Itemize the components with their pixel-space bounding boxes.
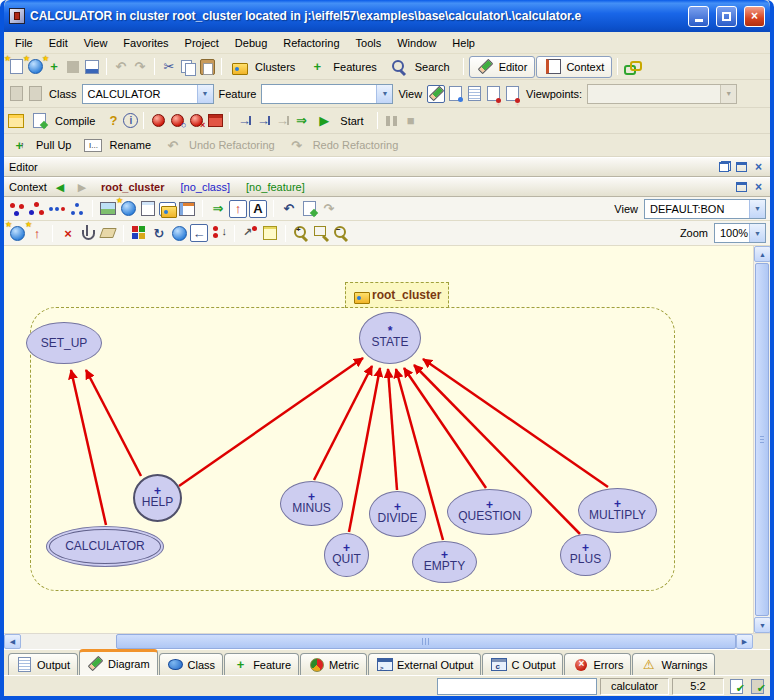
context-close-icon[interactable]: ×	[752, 180, 765, 194]
notes-tool-icon[interactable]	[261, 224, 279, 242]
class-combobox-arrow[interactable]: ▼	[197, 85, 213, 103]
context-back-icon[interactable]: ◀	[51, 178, 69, 196]
diagram-view-combobox[interactable]: DEFAULT:BON ▼	[644, 199, 766, 219]
cut-icon[interactable]: ✂	[160, 58, 178, 76]
class-node-plus[interactable]: + PLUS	[560, 534, 611, 576]
diagram-canvas[interactable]: root_cluster	[4, 246, 753, 633]
disable-breakpoints-icon[interactable]: ○	[168, 112, 186, 130]
uml-view-icon[interactable]	[139, 200, 157, 218]
tab-output[interactable]: Output	[8, 653, 78, 675]
close-button[interactable]: ×	[744, 6, 765, 27]
new-inheritance-tool-icon[interactable]: ↑	[28, 224, 46, 242]
horizontal-scroll-track[interactable]	[21, 634, 736, 649]
interface-view-icon[interactable]	[503, 85, 521, 103]
feature-combobox[interactable]: ▼	[261, 84, 393, 104]
run-to-cursor-icon[interactable]: ⇒	[292, 112, 310, 130]
tab-external-output[interactable]: External Output	[368, 653, 481, 675]
link-help-setup[interactable]	[86, 370, 141, 476]
menu-project[interactable]: Project	[177, 34, 227, 52]
class-node-set-up[interactable]: SET_UP	[26, 322, 102, 364]
menu-debug[interactable]: Debug	[227, 34, 275, 52]
enable-breakpoints-icon[interactable]	[149, 112, 167, 130]
search-button[interactable]: Search	[386, 57, 458, 77]
link-question-state[interactable]	[404, 368, 486, 488]
cluster-sphere-icon[interactable]	[170, 224, 188, 242]
link-calculator-setup[interactable]	[71, 370, 106, 525]
scroll-up-button[interactable]: ▲	[754, 246, 771, 262]
circular-layout-icon[interactable]	[68, 200, 86, 218]
labels-tool-icon[interactable]: A	[249, 200, 267, 218]
link-tool-icon[interactable]	[623, 58, 641, 76]
zoom-in-icon[interactable]: +	[292, 224, 310, 242]
class-node-minus[interactable]: + MINUS	[280, 481, 343, 526]
class-node-calculator[interactable]: CALCULATOR	[46, 526, 164, 567]
eraser-tool-icon[interactable]	[99, 224, 117, 242]
link-help-state[interactable]	[179, 358, 363, 486]
remove-breakpoints-icon[interactable]: ×	[187, 112, 205, 130]
tab-c-output[interactable]: C Output	[482, 653, 563, 675]
class-node-state[interactable]: * STATE	[359, 312, 421, 364]
cluster-tag[interactable]: root_cluster	[345, 282, 449, 308]
tab-diagram[interactable]: Diagram	[79, 649, 158, 675]
context-maximize-icon[interactable]	[735, 181, 748, 193]
horizontal-scroll-thumb[interactable]	[116, 634, 736, 649]
client-links-icon[interactable]: ⇒	[209, 200, 227, 218]
diagram-history-icon[interactable]	[300, 200, 318, 218]
context-feature-crumb[interactable]: [no_feature]	[240, 181, 311, 193]
class-node-quit[interactable]: + QUIT	[324, 533, 369, 577]
contract-view-icon[interactable]	[484, 85, 502, 103]
save-icon[interactable]	[83, 58, 101, 76]
tab-warnings[interactable]: ⚠ Warnings	[632, 653, 715, 675]
rename-button[interactable]: I... Rename	[80, 138, 159, 153]
zoom-out-icon[interactable]: −	[332, 224, 350, 242]
color-settings-icon[interactable]	[130, 224, 148, 242]
clusters-button[interactable]: Clusters	[227, 59, 303, 75]
help-bubble-icon[interactable]: ?	[104, 112, 122, 130]
menu-tools[interactable]: Tools	[348, 34, 390, 52]
menu-view[interactable]: View	[76, 34, 116, 52]
step-into-icon[interactable]: →	[254, 112, 272, 130]
menu-favorites[interactable]: Favorites	[115, 34, 176, 52]
menu-help[interactable]: Help	[444, 34, 483, 52]
tab-feature[interactable]: + Feature	[224, 653, 299, 675]
compile-button[interactable]: Compile	[26, 111, 103, 131]
class-node-help[interactable]: + HELP	[133, 474, 182, 522]
editor-maximize-icon[interactable]	[735, 161, 748, 173]
link-anchor-icon[interactable]	[241, 224, 259, 242]
class-view-icon[interactable]	[178, 200, 196, 218]
info-icon[interactable]: i	[123, 113, 138, 128]
maximize-button[interactable]	[716, 6, 737, 27]
horizontal-layout-icon[interactable]	[48, 200, 66, 218]
pull-up-button[interactable]: +↑ Pull Up	[7, 135, 79, 155]
scroll-left-button[interactable]: ◀	[4, 634, 21, 649]
zoom-combobox[interactable]: 100% ▼	[714, 223, 766, 243]
paste-icon[interactable]	[198, 58, 216, 76]
menu-refactoring[interactable]: Refactoring	[275, 34, 347, 52]
scroll-right-button[interactable]: ▶	[736, 634, 753, 649]
feature-combobox-arrow[interactable]: ▼	[376, 85, 392, 103]
editor-restore-icon[interactable]	[718, 161, 731, 173]
export-image-icon[interactable]	[99, 200, 117, 218]
horizontal-scrollbar[interactable]: ◀ ▶	[4, 633, 770, 649]
context-cluster-crumb[interactable]: root_cluster	[95, 181, 171, 193]
class-node-divide[interactable]: + DIVIDE	[369, 491, 426, 537]
cluster-view-icon[interactable]	[159, 202, 176, 216]
back-link-icon[interactable]: ←	[190, 224, 208, 242]
tab-errors[interactable]: Errors	[564, 653, 631, 675]
debug-window-icon[interactable]	[206, 112, 224, 130]
delete-tool-icon[interactable]: ×	[59, 224, 77, 242]
inheritance-links-icon[interactable]: ↑	[229, 200, 247, 218]
context-class-crumb[interactable]: [no_class]	[175, 181, 237, 193]
menu-file[interactable]: File	[7, 34, 41, 52]
minimize-button[interactable]	[688, 6, 709, 27]
vertical-scrollbar[interactable]: ▲ ▼	[753, 246, 770, 633]
export-web-icon[interactable]	[119, 200, 137, 218]
class-node-question[interactable]: + QUESTION	[447, 489, 532, 535]
editor-toggle-button[interactable]: Editor	[469, 56, 536, 78]
scroll-down-button[interactable]: ▼	[754, 617, 771, 633]
project-settings-icon[interactable]	[7, 112, 25, 130]
new-cluster-tool-icon[interactable]	[8, 224, 26, 242]
link-divide-state[interactable]	[388, 369, 397, 490]
force-layout-icon[interactable]	[8, 200, 26, 218]
tab-metric[interactable]: Metric	[300, 653, 367, 675]
